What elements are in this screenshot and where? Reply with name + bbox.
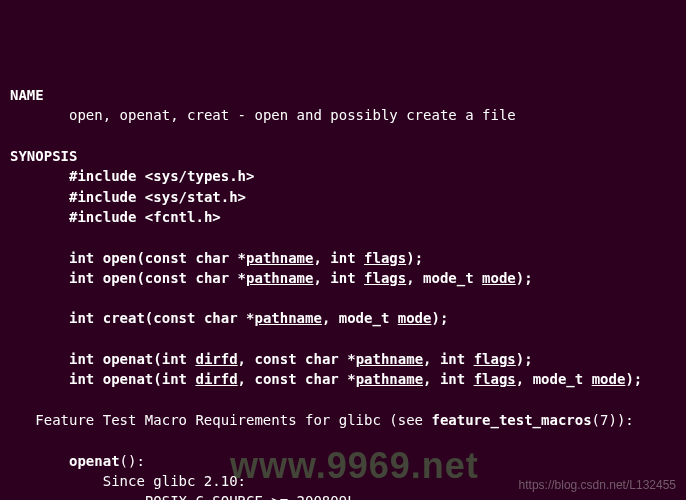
fn-sep: , int	[423, 351, 474, 367]
fn-sep: , int	[423, 371, 474, 387]
fn-sep: , const char *	[238, 371, 356, 387]
fn-tail: );	[431, 310, 448, 326]
param-dirfd: dirfd	[195, 351, 237, 367]
include-line: #include <sys/types.h>	[69, 168, 254, 184]
fn-tail: );	[625, 371, 642, 387]
param-flags: flags	[474, 351, 516, 367]
since-label: Since glibc 2.10:	[103, 473, 246, 489]
fn-tail: );	[406, 250, 423, 266]
include-line: #include <sys/stat.h>	[69, 189, 246, 205]
fn-open-2: int open(const char *	[69, 270, 246, 286]
param-dirfd: dirfd	[195, 371, 237, 387]
fn-sep: , const char *	[238, 351, 356, 367]
fn-sep: , mode_t	[516, 371, 592, 387]
fn-openat-1: int openat(int	[69, 351, 195, 367]
fn-creat: int creat(const char *	[69, 310, 254, 326]
fn-sep: , int	[313, 250, 364, 266]
param-pathname: pathname	[356, 351, 423, 367]
param-flags: flags	[364, 270, 406, 286]
param-mode: mode	[398, 310, 432, 326]
fn-open-1: int open(const char *	[69, 250, 246, 266]
fn-sep: , int	[313, 270, 364, 286]
since-def: _POSIX_C_SOURCE >= 200809L	[136, 493, 355, 500]
ftm-text: Feature Test Macro Requirements for glib…	[35, 412, 431, 428]
param-pathname: pathname	[246, 270, 313, 286]
param-flags: flags	[364, 250, 406, 266]
param-pathname: pathname	[254, 310, 321, 326]
fn-openat-2: int openat(int	[69, 371, 195, 387]
param-pathname: pathname	[356, 371, 423, 387]
watermark-url: https://blog.csdn.net/L132455	[519, 477, 676, 494]
param-mode: mode	[592, 371, 626, 387]
param-pathname: pathname	[246, 250, 313, 266]
fn-sep: , mode_t	[322, 310, 398, 326]
param-mode: mode	[482, 270, 516, 286]
section-name: NAME	[10, 87, 44, 103]
name-body: open, openat, creat - open and possibly …	[69, 107, 516, 123]
ftm-text: (7)):	[592, 412, 634, 428]
fn-sep: , mode_t	[406, 270, 482, 286]
ftm-ref: feature_test_macros	[431, 412, 591, 428]
param-flags: flags	[474, 371, 516, 387]
watermark-logo: www.9969.net	[230, 440, 479, 492]
openat-label: openat	[69, 453, 120, 469]
section-synopsis: SYNOPSIS	[10, 148, 77, 164]
include-line: #include <fcntl.h>	[69, 209, 221, 225]
fn-tail: );	[516, 270, 533, 286]
openat-tail: ():	[120, 453, 145, 469]
fn-tail: );	[516, 351, 533, 367]
